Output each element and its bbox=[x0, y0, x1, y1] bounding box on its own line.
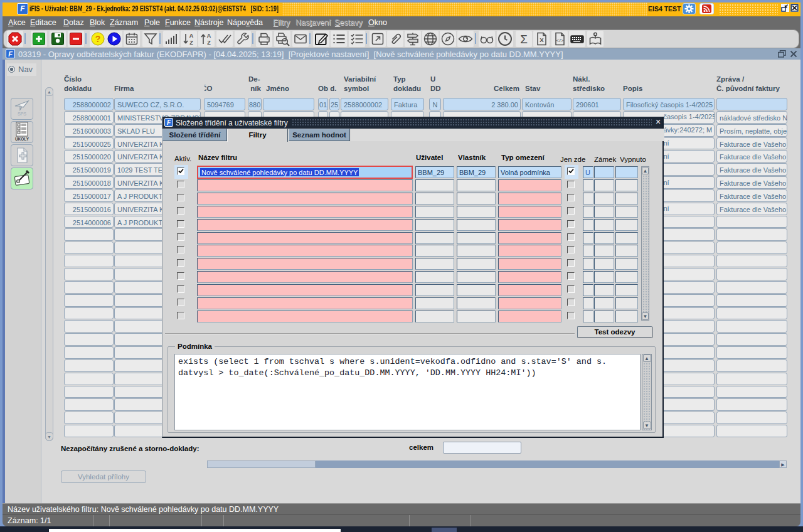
svg-text:Z: Z bbox=[207, 40, 211, 46]
svg-text:</>: </> bbox=[556, 38, 564, 43]
svg-text:X: X bbox=[540, 36, 544, 43]
svg-text:A: A bbox=[189, 33, 194, 39]
svg-text:Σ: Σ bbox=[520, 33, 528, 46]
svg-text:Z: Z bbox=[189, 40, 193, 46]
svg-text:?: ? bbox=[95, 34, 101, 44]
svg-text:A: A bbox=[207, 33, 211, 39]
